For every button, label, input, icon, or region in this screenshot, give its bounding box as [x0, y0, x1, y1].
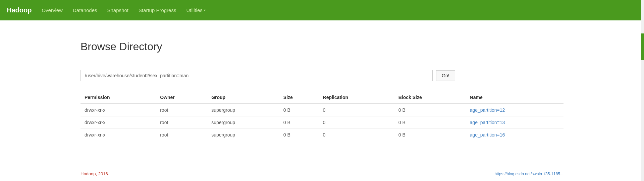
cell-size-2: 0 B [279, 129, 319, 141]
page-title: Browse Directory [80, 40, 564, 53]
footer-right: https://blog.csdn.net/swain_f35-1185... [495, 172, 564, 176]
nav-link-overview[interactable]: Overview [42, 7, 63, 13]
nav-link-datanodes[interactable]: Datanodes [73, 7, 97, 13]
cell-block-size-0: 0 B [394, 104, 466, 116]
scrollbar-thumb[interactable] [641, 33, 644, 60]
nav-item-startup-progress[interactable]: Startup Progress [139, 7, 176, 13]
table-body: drwxr-xr-x root supergroup 0 B 0 0 B age… [80, 104, 564, 141]
table-row: drwxr-xr-x root supergroup 0 B 0 0 B age… [80, 129, 564, 141]
navbar-brand: Hadoop [7, 6, 32, 14]
nav-item-datanodes[interactable]: Datanodes [73, 7, 97, 13]
cell-replication-0: 0 [319, 104, 394, 116]
cell-permission-0: drwxr-xr-x [80, 104, 156, 116]
path-input[interactable] [80, 70, 433, 81]
main-content: Browse Directory Go! Permission Owner Gr… [0, 20, 644, 168]
cell-permission-1: drwxr-xr-x [80, 116, 156, 129]
footer: Hadoop, 2016. https://blog.csdn.net/swai… [0, 168, 644, 180]
divider [80, 63, 564, 63]
path-area: Go! [80, 70, 564, 81]
cell-group-2: supergroup [207, 129, 279, 141]
cell-owner-2: root [156, 129, 207, 141]
cell-replication-2: 0 [319, 129, 394, 141]
scrollbar-track[interactable] [641, 0, 644, 180]
cell-group-0: supergroup [207, 104, 279, 116]
go-button[interactable]: Go! [436, 70, 455, 81]
cell-name-0[interactable]: age_partition=12 [466, 104, 564, 116]
col-replication: Replication [319, 91, 394, 104]
col-name: Name [466, 91, 564, 104]
cell-owner-0: root [156, 104, 207, 116]
col-block-size: Block Size [394, 91, 466, 104]
col-size: Size [279, 91, 319, 104]
directory-table: Permission Owner Group Size Replication … [80, 91, 564, 141]
table-row: drwxr-xr-x root supergroup 0 B 0 0 B age… [80, 104, 564, 116]
nav-item-overview[interactable]: Overview [42, 7, 63, 13]
table-header-row: Permission Owner Group Size Replication … [80, 91, 564, 104]
cell-block-size-2: 0 B [394, 129, 466, 141]
cell-permission-2: drwxr-xr-x [80, 129, 156, 141]
col-owner: Owner [156, 91, 207, 104]
cell-size-1: 0 B [279, 116, 319, 129]
cell-block-size-1: 0 B [394, 116, 466, 129]
col-permission: Permission [80, 91, 156, 104]
navbar-links: Overview Datanodes Snapshot Startup Prog… [42, 7, 205, 13]
col-group: Group [207, 91, 279, 104]
cell-name-1[interactable]: age_partition=13 [466, 116, 564, 129]
dir-link-1[interactable]: age_partition=13 [470, 120, 505, 125]
dir-link-0[interactable]: age_partition=12 [470, 107, 505, 113]
dir-link-2[interactable]: age_partition=16 [470, 132, 505, 138]
nav-item-snapshot[interactable]: Snapshot [107, 7, 128, 13]
cell-size-0: 0 B [279, 104, 319, 116]
nav-link-startup-progress[interactable]: Startup Progress [139, 7, 176, 13]
nav-item-utilities[interactable]: Utilities ▾ [186, 7, 205, 13]
nav-link-snapshot[interactable]: Snapshot [107, 7, 128, 13]
navbar: Hadoop Overview Datanodes Snapshot Start… [0, 0, 644, 20]
nav-link-utilities[interactable]: Utilities [186, 7, 202, 13]
cell-replication-1: 0 [319, 116, 394, 129]
footer-left: Hadoop, 2016. [80, 171, 109, 176]
cell-name-2[interactable]: age_partition=16 [466, 129, 564, 141]
cell-owner-1: root [156, 116, 207, 129]
chevron-down-icon: ▾ [204, 8, 206, 12]
table-header: Permission Owner Group Size Replication … [80, 91, 564, 104]
cell-group-1: supergroup [207, 116, 279, 129]
table-row: drwxr-xr-x root supergroup 0 B 0 0 B age… [80, 116, 564, 129]
